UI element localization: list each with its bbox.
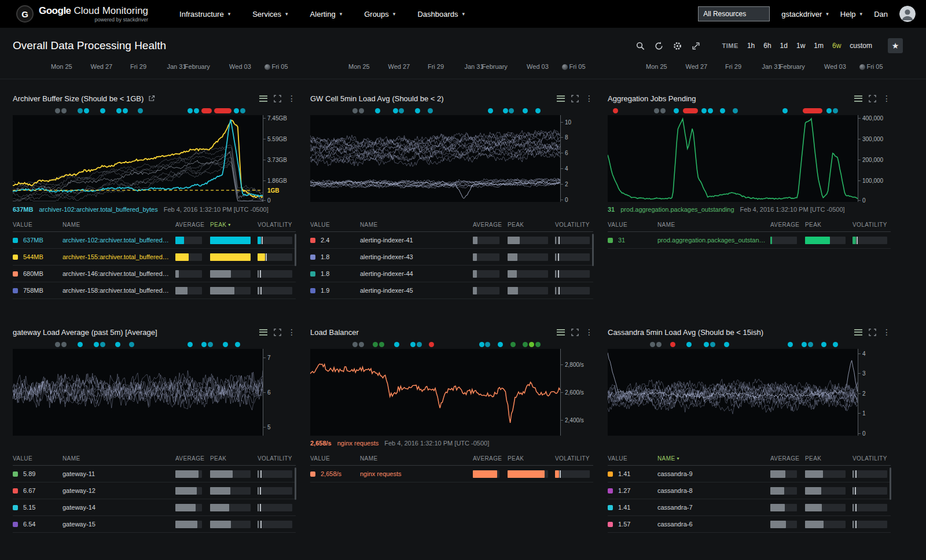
table-scrollbar[interactable] xyxy=(295,467,296,500)
column-header-name[interactable]: NAME xyxy=(360,455,473,462)
more-options-icon[interactable]: ⋮ xyxy=(288,95,296,102)
table-row[interactable]: 637MBarchiver-102:archiver.total_buffere… xyxy=(13,232,296,249)
range-1h[interactable]: 1h xyxy=(747,42,755,50)
event-dot-cyan[interactable] xyxy=(375,108,380,113)
event-dot-teal[interactable] xyxy=(710,342,715,347)
event-dot-cyan[interactable] xyxy=(100,108,105,113)
account-menu[interactable]: gstackdriver▾ xyxy=(781,10,829,19)
event-dot-cyan[interactable] xyxy=(78,342,83,347)
menu-dashboards[interactable]: Dashboards▾ xyxy=(417,10,465,19)
event-dot-cyan[interactable] xyxy=(720,108,725,113)
event-dot-green[interactable] xyxy=(373,342,378,347)
row-name[interactable]: gateway-12 xyxy=(63,487,175,494)
event-dot-red[interactable] xyxy=(201,108,212,113)
event-dot-lime[interactable] xyxy=(529,342,534,347)
event-dot-gray[interactable] xyxy=(359,342,364,347)
column-header-name[interactable]: NAME xyxy=(63,222,175,228)
event-dot-cyan[interactable] xyxy=(488,108,493,113)
table-row[interactable]: 1.8alerting-indexer-44 xyxy=(310,266,593,282)
column-header-average[interactable]: AVERAGE xyxy=(473,455,508,462)
event-dot-teal[interactable] xyxy=(129,342,134,347)
column-header-average[interactable]: AVERAGE xyxy=(473,222,508,228)
menu-infrastructure[interactable]: Infrastructure▾ xyxy=(179,10,230,19)
column-header-name[interactable]: NAME▾ xyxy=(657,455,770,462)
event-dot-gray[interactable] xyxy=(61,108,67,113)
column-header-average[interactable]: AVERAGE xyxy=(770,455,805,462)
event-dot-cyan[interactable] xyxy=(503,108,508,113)
event-dot-green[interactable] xyxy=(510,342,516,347)
event-dot-gray[interactable] xyxy=(654,108,659,113)
column-header-volatility[interactable]: VOLATILITY xyxy=(258,222,296,228)
row-name[interactable]: nginx requests xyxy=(360,470,473,477)
table-row[interactable]: 2.4alerting-indexer-41 xyxy=(310,232,593,249)
legend-toggle-icon[interactable] xyxy=(854,95,862,102)
column-header-name[interactable]: NAME xyxy=(63,455,175,462)
row-name[interactable]: gateway-15 xyxy=(63,521,175,528)
table-row[interactable]: 6.54gateway-15 xyxy=(13,516,296,533)
table-row[interactable]: 1.57cassandra-6 xyxy=(608,516,891,533)
column-header-volatility[interactable]: VOLATILITY xyxy=(852,455,891,462)
row-name[interactable]: cassandra-7 xyxy=(657,504,770,511)
range-1w[interactable]: 1w xyxy=(796,42,805,50)
row-name[interactable]: cassandra-8 xyxy=(657,487,770,494)
event-dot-gray[interactable] xyxy=(55,342,60,347)
column-header-average[interactable]: AVERAGE xyxy=(770,222,805,228)
event-dot-teal[interactable] xyxy=(485,342,490,347)
event-dot-cyan[interactable] xyxy=(393,108,398,113)
row-name[interactable]: gateway-14 xyxy=(63,504,175,511)
event-dot-red[interactable] xyxy=(803,108,822,113)
event-dot-red[interactable] xyxy=(683,108,698,113)
event-dot-teal[interactable] xyxy=(399,108,404,113)
table-row[interactable]: 2,658/snginx requests xyxy=(310,466,593,482)
table-row[interactable]: 758MBarchiver-158:archiver.total_buffere… xyxy=(13,282,296,299)
range-6h[interactable]: 6h xyxy=(763,42,771,50)
favorite-star-button[interactable]: ★ xyxy=(888,38,903,53)
column-header-peak[interactable]: PEAK▾ xyxy=(210,222,258,228)
event-dot-cyan[interactable] xyxy=(701,108,707,113)
event-dot-cyan[interactable] xyxy=(84,108,89,113)
range-6w-active[interactable]: 6w xyxy=(832,42,841,50)
column-header-volatility[interactable]: VOLATILITY xyxy=(258,455,296,462)
range-1m[interactable]: 1m xyxy=(814,42,824,50)
event-dot-teal[interactable] xyxy=(509,108,514,113)
external-link-icon[interactable] xyxy=(148,95,155,102)
event-dot-cyan[interactable] xyxy=(535,108,541,113)
event-dot-cyan[interactable] xyxy=(234,108,239,113)
event-dot-teal[interactable] xyxy=(417,342,422,347)
event-dot-cyan[interactable] xyxy=(821,342,826,347)
table-row[interactable]: 1.8alerting-indexer-43 xyxy=(310,249,593,266)
column-header-peak[interactable]: PEAK xyxy=(508,222,555,228)
event-dot-cyan[interactable] xyxy=(188,342,193,347)
table-row[interactable]: 1.41cassandra-9 xyxy=(608,466,891,482)
expand-panel-icon[interactable] xyxy=(571,329,579,336)
event-dot-teal[interactable] xyxy=(428,108,433,113)
legend-toggle-icon[interactable] xyxy=(557,95,565,102)
menu-alerting[interactable]: Alerting▾ xyxy=(310,10,343,19)
menu-services[interactable]: Services▾ xyxy=(252,10,288,19)
event-dot-cyan[interactable] xyxy=(674,108,679,113)
column-header-value[interactable]: VALUE xyxy=(310,455,360,462)
event-dot-cyan[interactable] xyxy=(708,108,713,113)
event-dot-teal[interactable] xyxy=(100,342,105,347)
column-header-peak[interactable]: PEAK xyxy=(210,455,258,462)
legend-toggle-icon[interactable] xyxy=(854,329,862,336)
event-dot-teal[interactable] xyxy=(833,108,838,113)
event-dot-cyan[interactable] xyxy=(394,342,399,347)
row-name[interactable]: archiver-146:archiver.total_buffered_byt… xyxy=(63,270,175,277)
column-header-value[interactable]: VALUE xyxy=(608,222,657,228)
table-row[interactable]: 1.9alerting-indexer-45 xyxy=(310,282,593,299)
more-options-icon[interactable]: ⋮ xyxy=(883,95,891,102)
event-dot-cyan[interactable] xyxy=(223,342,228,347)
column-header-volatility[interactable]: VOLATILITY xyxy=(555,222,593,228)
row-name[interactable]: alerting-indexer-41 xyxy=(360,237,473,244)
table-scrollbar[interactable] xyxy=(890,467,891,500)
event-dot-cyan[interactable] xyxy=(724,342,729,347)
column-header-value[interactable]: VALUE xyxy=(608,455,657,462)
column-header-value[interactable]: VALUE xyxy=(13,455,63,462)
event-dot-gray[interactable] xyxy=(352,108,358,113)
column-header-name[interactable]: NAME xyxy=(657,222,770,228)
expand-panel-icon[interactable] xyxy=(869,329,876,336)
table-row[interactable]: 680MBarchiver-146:archiver.total_buffere… xyxy=(13,266,296,282)
table-row[interactable]: 5.15gateway-14 xyxy=(13,499,296,516)
event-dot-cyan[interactable] xyxy=(782,108,788,113)
